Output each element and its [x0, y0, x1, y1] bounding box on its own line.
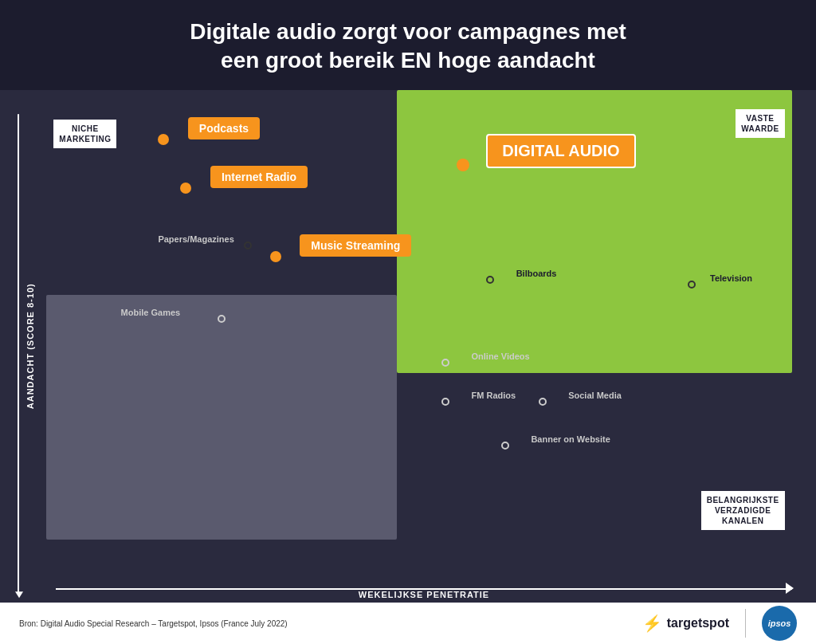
chart-plot: NICHEMARKETING VASTEWAARDE BELANGRIJKSTE…: [46, 90, 792, 579]
banner-dot: [501, 442, 509, 450]
digital-audio-dot: [457, 159, 469, 171]
header-line2: een groot bereik EN hoge aandacht: [221, 48, 595, 73]
footer-divider: [745, 609, 746, 638]
fm-radios-dot: [441, 398, 449, 406]
x-axis-arrow: [786, 583, 794, 594]
niche-marketing-label: NICHEMARKETING: [53, 120, 116, 148]
music-streaming-dot: [270, 251, 281, 262]
ipsos-logo: ipsos: [762, 606, 797, 641]
header-line1: Digitale audio zorgt voor campagnes met: [190, 19, 626, 44]
page-container: Digitale audio zorgt voor campagnes met …: [0, 0, 816, 644]
chart-main: NICHEMARKETING VASTEWAARDE BELANGRIJKSTE…: [37, 90, 792, 603]
television-label: Television: [710, 273, 752, 283]
x-axis-label: WEKELIJKSE PENETRATIE: [359, 590, 489, 599]
television-dot: [688, 281, 696, 289]
papers-magazines-dot: [244, 242, 252, 249]
internet-radio-dot: [180, 183, 191, 194]
bolt-icon: ⚡: [642, 614, 662, 633]
digital-audio-btn: DIGITAL AUDIO: [486, 134, 635, 168]
footer: Bron: Digital Audio Special Research – T…: [0, 603, 816, 644]
gray-quadrant: [46, 295, 397, 540]
chart-section: AANDACHT (SCORE 8-10) NICHEMARKETING VAS…: [0, 90, 816, 603]
ipsos-label: ipsos: [768, 618, 791, 628]
online-videos-label: Online Videos: [472, 351, 530, 361]
bvk-label: BELANGRIJKSTEVERZADIGDEKANALEN: [701, 491, 785, 530]
bilboards-dot: [486, 276, 494, 284]
y-axis-arrow: [15, 591, 23, 598]
y-axis-label: AANDACHT (SCORE 8-10): [24, 90, 37, 603]
targetspot-label: targetspot: [667, 616, 729, 630]
footer-logos: ⚡ targetspot ipsos: [642, 606, 797, 641]
footer-source: Bron: Digital Audio Special Research – T…: [19, 619, 288, 628]
social-media-label: Social Media: [568, 391, 622, 400]
mobile-games-label: Mobile Games: [121, 308, 181, 317]
page-header: Digitale audio zorgt voor campagnes met …: [0, 0, 816, 90]
targetspot-logo: ⚡ targetspot: [642, 614, 729, 633]
podcasts-dot: [158, 134, 169, 145]
music-streaming-btn: Music Streaming: [300, 234, 411, 257]
chart-outer: AANDACHT (SCORE 8-10) NICHEMARKETING VAS…: [24, 90, 792, 603]
x-axis: WEKELIJKSE PENETRATIE: [56, 579, 792, 603]
green-quadrant: [397, 90, 792, 374]
fm-radios-label: FM Radios: [472, 391, 516, 400]
bilboards-label: Bilboards: [516, 269, 557, 278]
vaste-waarde-label: VASTEWAARDE: [736, 109, 784, 138]
papers-magazines-label: Papers/Magazines: [158, 234, 233, 244]
internet-radio-btn: Internet Radio: [210, 166, 308, 188]
banner-label: Banner on Website: [531, 434, 610, 444]
social-media-dot: [539, 398, 547, 406]
podcasts-btn: Podcasts: [188, 117, 260, 139]
